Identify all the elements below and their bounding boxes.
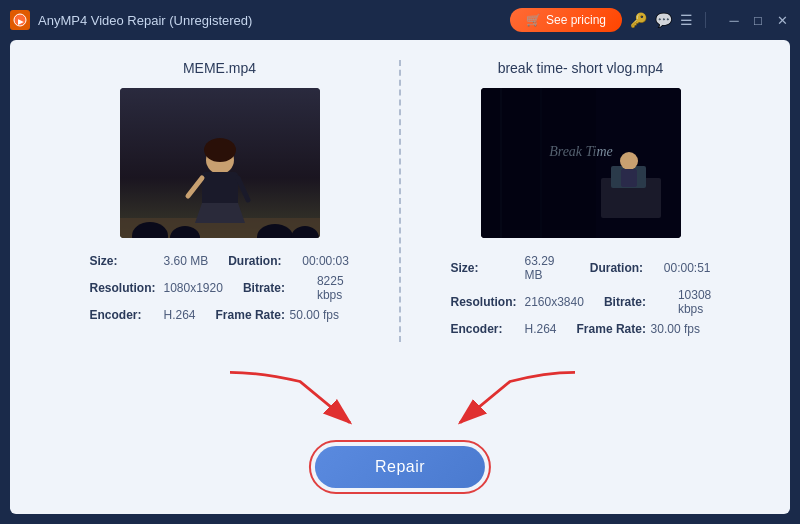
- left-bitrate-label: Bitrate:: [243, 281, 313, 295]
- title-bar-center: 🛒 See pricing 🔑 💬 ☰ ─ □ ✕: [510, 8, 790, 32]
- right-framerate: Frame Rate: 30.00 fps: [577, 322, 700, 336]
- maximize-button[interactable]: □: [750, 12, 766, 28]
- right-bitrate-label: Bitrate:: [604, 295, 674, 309]
- right-bitrate: Bitrate: 10308 kbps: [604, 288, 711, 316]
- right-info-row-1: Size: 63.29 MB Duration: 00:00:51: [451, 254, 711, 282]
- left-info-row-1: Size: 3.60 MB Duration: 00:00:03: [90, 254, 350, 268]
- left-framerate: Frame Rate: 50.00 fps: [216, 308, 339, 322]
- right-duration-label: Duration:: [590, 261, 660, 275]
- right-size-value: 63.29 MB: [525, 254, 570, 282]
- left-size-label: Size:: [90, 254, 160, 268]
- right-size: Size: 63.29 MB: [451, 254, 570, 282]
- key-icon[interactable]: 🔑: [630, 12, 647, 28]
- repair-button[interactable]: Repair: [315, 446, 485, 488]
- svg-point-5: [204, 138, 236, 162]
- app-title: AnyMP4 Video Repair (Unregistered): [38, 13, 252, 28]
- window-controls: ─ □ ✕: [726, 12, 790, 28]
- right-video-thumbnail: Break Time: [481, 88, 681, 238]
- svg-marker-7: [195, 203, 245, 223]
- right-info-row-3: Encoder: H.264 Frame Rate: 30.00 fps: [451, 322, 711, 336]
- close-button[interactable]: ✕: [774, 12, 790, 28]
- right-res-label: Resolution:: [451, 295, 521, 309]
- left-info-row-3: Encoder: H.264 Frame Rate: 50.00 fps: [90, 308, 350, 322]
- right-encoder-label: Encoder:: [451, 322, 521, 336]
- svg-rect-21: [621, 169, 637, 187]
- left-video-title: MEME.mp4: [183, 60, 256, 76]
- right-info-row-2: Resolution: 2160x3840 Bitrate: 10308 kbp…: [451, 288, 711, 316]
- left-duration: Duration: 00:00:03: [228, 254, 349, 268]
- minimize-button[interactable]: ─: [726, 12, 742, 28]
- left-bitrate-value: 8225 kbps: [317, 274, 350, 302]
- see-pricing-button[interactable]: 🛒 See pricing: [510, 8, 622, 32]
- cart-icon: 🛒: [526, 13, 541, 27]
- right-bitrate-value: 10308 kbps: [678, 288, 711, 316]
- left-size-value: 3.60 MB: [164, 254, 209, 268]
- app-icon: ▶: [10, 10, 30, 30]
- svg-rect-19: [625, 188, 632, 194]
- right-encoder: Encoder: H.264: [451, 322, 557, 336]
- left-framerate-value: 50.00 fps: [290, 308, 339, 322]
- right-video-title: break time- short vlog.mp4: [498, 60, 664, 76]
- left-duration-label: Duration:: [228, 254, 298, 268]
- right-res-value: 2160x3840: [525, 295, 584, 309]
- left-video-info: Size: 3.60 MB Duration: 00:00:03 Resolut…: [90, 254, 350, 328]
- separator: [705, 12, 706, 28]
- title-bar: ▶ AnyMP4 Video Repair (Unregistered) 🛒 S…: [0, 0, 800, 40]
- chat-icon[interactable]: 💬: [655, 12, 672, 28]
- menu-icon[interactable]: ☰: [680, 12, 693, 28]
- right-video-info: Size: 63.29 MB Duration: 00:00:51 Resolu…: [451, 254, 711, 342]
- right-encoder-value: H.264: [525, 322, 557, 336]
- title-bar-left: ▶ AnyMP4 Video Repair (Unregistered): [10, 10, 252, 30]
- left-video-thumbnail: [120, 88, 320, 238]
- left-res-value: 1080x1920: [164, 281, 223, 295]
- right-duration-value: 00:00:51: [664, 261, 711, 275]
- videos-section: MEME.mp4: [40, 60, 760, 342]
- left-info-row-2: Resolution: 1080x1920 Bitrate: 8225 kbps: [90, 274, 350, 302]
- svg-point-20: [620, 152, 638, 170]
- right-resolution: Resolution: 2160x3840: [451, 288, 584, 316]
- left-encoder-label: Encoder:: [90, 308, 160, 322]
- left-duration-value: 00:00:03: [302, 254, 349, 268]
- svg-rect-22: [481, 88, 596, 238]
- left-res-label: Resolution:: [90, 281, 160, 295]
- see-pricing-label: See pricing: [546, 13, 606, 27]
- right-framerate-label: Frame Rate:: [577, 322, 647, 336]
- right-video-panel: break time- short vlog.mp4 Break Time: [401, 60, 760, 342]
- left-resolution: Resolution: 1080x1920: [90, 274, 223, 302]
- left-size: Size: 3.60 MB: [90, 254, 209, 268]
- left-framerate-label: Frame Rate:: [216, 308, 286, 322]
- repair-button-wrapper: Repair: [309, 440, 491, 494]
- main-content: MEME.mp4: [10, 40, 790, 514]
- left-encoder: Encoder: H.264: [90, 308, 196, 322]
- left-bitrate: Bitrate: 8225 kbps: [243, 274, 350, 302]
- left-encoder-value: H.264: [164, 308, 196, 322]
- right-size-label: Size:: [451, 261, 521, 275]
- left-video-panel: MEME.mp4: [40, 60, 401, 342]
- right-framerate-value: 30.00 fps: [651, 322, 700, 336]
- right-duration: Duration: 00:00:51: [590, 254, 711, 282]
